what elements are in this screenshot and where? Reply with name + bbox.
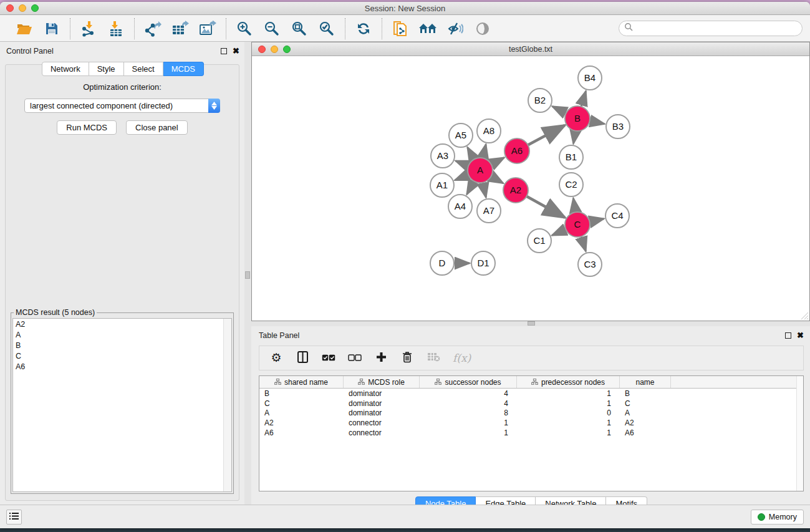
show-columns-button[interactable] (296, 351, 309, 365)
table-cell[interactable]: 8 (420, 409, 517, 417)
mcds-result-item[interactable]: C (13, 351, 231, 361)
divider-handle[interactable] (528, 321, 535, 326)
search-field[interactable] (619, 21, 803, 36)
tab-style[interactable]: Style (89, 62, 124, 76)
import-network-button[interactable] (79, 19, 98, 38)
horizontal-split-divider[interactable] (251, 321, 810, 326)
table-cell[interactable]: A (259, 409, 344, 417)
edge-B-B1[interactable] (574, 131, 576, 144)
table-cell[interactable]: 1 (420, 428, 517, 437)
tab-network[interactable]: Network (42, 62, 89, 76)
zoom-in-button[interactable] (235, 19, 254, 38)
zoom-window-button[interactable] (31, 4, 39, 12)
table-cell[interactable]: 1 (517, 418, 620, 427)
table-row[interactable]: Adominator80A (259, 409, 803, 418)
zoom-selected-button[interactable] (317, 19, 336, 38)
table-cell[interactable]: connector (344, 418, 420, 427)
select-all-button[interactable] (322, 351, 335, 365)
mcds-result-item[interactable]: A (13, 329, 231, 340)
table-cell[interactable]: 4 (420, 389, 517, 398)
refresh-button[interactable] (354, 19, 373, 38)
table-cell[interactable]: 1 (517, 428, 620, 437)
zoom-out-button[interactable] (263, 19, 281, 38)
edge-A-A6[interactable] (491, 158, 504, 165)
column-header-predecessor-nodes[interactable]: predecessor nodes (517, 376, 620, 388)
column-header-shared-name[interactable]: shared name (259, 376, 344, 388)
network-zoom-button[interactable] (283, 46, 291, 53)
node-D1[interactable]: D1 (471, 251, 495, 275)
optimization-criterion-dropdown[interactable]: largest connected component (directed) (24, 99, 220, 113)
export-network-button[interactable] (143, 19, 162, 38)
node-A8[interactable]: A8 (477, 119, 501, 143)
table-row[interactable]: A6connector11A6 (259, 428, 803, 438)
network-close-button[interactable] (258, 46, 266, 53)
table-cell[interactable]: A (620, 409, 671, 417)
network-canvas[interactable]: B4B2BB3A5A8A6B1A3AC2A1A2A4A7C4CC1DD1C3 (252, 56, 809, 321)
table-cell[interactable]: 1 (517, 399, 620, 408)
minimize-window-button[interactable] (19, 4, 26, 12)
table-cell[interactable]: 4 (420, 399, 517, 408)
network-minimize-button[interactable] (271, 46, 278, 53)
node-A6[interactable]: A6 (504, 138, 529, 163)
table-cell[interactable]: 0 (517, 409, 620, 417)
save-session-button[interactable] (42, 19, 61, 38)
edge-C-C3[interactable] (581, 236, 586, 251)
edge-C-C4[interactable] (590, 219, 604, 222)
table-cell[interactable]: A6 (259, 428, 344, 437)
divider-handle[interactable] (245, 271, 250, 279)
node-B3[interactable]: B3 (606, 115, 630, 138)
result-scrollbar[interactable] (223, 319, 231, 491)
table-cell[interactable]: B (259, 389, 344, 398)
export-table-button[interactable] (171, 19, 190, 38)
node-C3[interactable]: C3 (578, 253, 602, 276)
table-cell[interactable]: A2 (259, 418, 344, 427)
node-A3[interactable]: A3 (431, 144, 455, 168)
export-image-button[interactable] (198, 19, 217, 38)
mcds-result-item[interactable]: A2 (13, 319, 231, 329)
vertical-split-divider[interactable] (244, 42, 251, 505)
node-C1[interactable]: C1 (528, 229, 551, 253)
resize-grip-icon[interactable] (801, 312, 809, 320)
edge-A-A7[interactable] (483, 183, 486, 198)
node-A7[interactable]: A7 (477, 199, 501, 223)
node-table[interactable]: shared nameMCDS rolesuccessor nodesprede… (259, 375, 804, 491)
run-mcds-button[interactable]: Run MCDS (57, 120, 117, 135)
mcds-result-item[interactable]: B (13, 340, 231, 351)
node-A5[interactable]: A5 (449, 123, 473, 147)
deselect-all-button[interactable] (348, 351, 362, 365)
float-panel-icon[interactable] (785, 332, 791, 339)
node-B[interactable]: B (565, 106, 590, 131)
first-neighbors-button[interactable] (418, 19, 437, 38)
import-table-button[interactable] (107, 19, 125, 38)
edge-A-A4[interactable] (467, 181, 475, 195)
node-B4[interactable]: B4 (578, 66, 602, 90)
edge-B-B4[interactable] (581, 91, 586, 107)
table-cell[interactable]: 1 (420, 418, 517, 427)
table-row[interactable]: Cdominator41C (259, 399, 803, 409)
delete-rows-button[interactable] (400, 351, 414, 365)
edge-B-B2[interactable] (552, 107, 566, 114)
edge-C-C1[interactable] (552, 230, 566, 236)
table-row[interactable]: Bdominator41B (259, 389, 803, 399)
edge-B-B3[interactable] (590, 121, 605, 124)
function-builder-button[interactable]: f(x) (453, 351, 471, 365)
task-history-button[interactable] (6, 510, 22, 525)
edge-A-A3[interactable] (456, 161, 469, 166)
table-cell[interactable]: connector (344, 428, 420, 437)
open-file-button[interactable] (15, 19, 34, 38)
table-options-button[interactable]: ⚙ (269, 351, 283, 365)
edge-A6-B[interactable] (528, 125, 565, 145)
column-header-successor-nodes[interactable]: successor nodes (420, 376, 517, 388)
close-panel-button[interactable]: Close panel (126, 120, 188, 135)
float-panel-icon[interactable] (221, 48, 227, 54)
tab-mcds[interactable]: MCDS (163, 62, 204, 76)
table-cell[interactable]: A6 (620, 428, 671, 437)
node-A4[interactable]: A4 (448, 195, 472, 218)
edge-A-A5[interactable] (468, 147, 475, 159)
node-C[interactable]: C (565, 212, 590, 237)
close-panel-icon[interactable]: ✖ (233, 48, 239, 54)
node-C2[interactable]: C2 (559, 173, 583, 196)
edge-C-C2[interactable] (573, 198, 576, 213)
table-cell[interactable]: B (620, 389, 671, 398)
column-header-name[interactable]: name (620, 376, 671, 388)
